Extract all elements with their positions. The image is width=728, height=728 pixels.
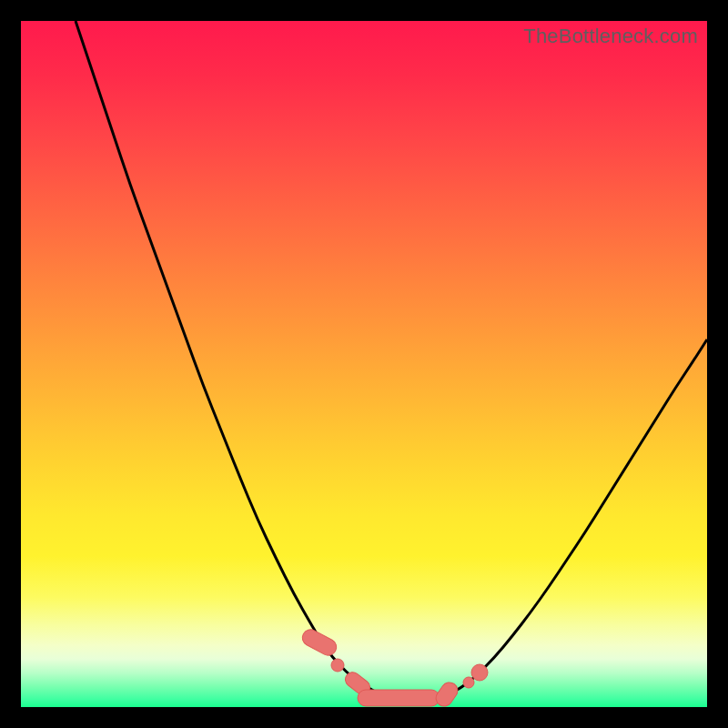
curve-marker bbox=[358, 690, 440, 706]
curve-marker bbox=[331, 659, 344, 672]
bottleneck-curve-path bbox=[76, 21, 707, 700]
chart-frame: TheBottleneck.com bbox=[0, 0, 728, 728]
curve-layer bbox=[21, 21, 707, 707]
curve-marker bbox=[463, 677, 474, 688]
curve-marker bbox=[299, 627, 339, 659]
plot-area: TheBottleneck.com bbox=[21, 21, 707, 707]
curve-markers bbox=[299, 627, 488, 710]
curve-marker bbox=[433, 679, 461, 709]
curve-marker bbox=[471, 664, 488, 681]
